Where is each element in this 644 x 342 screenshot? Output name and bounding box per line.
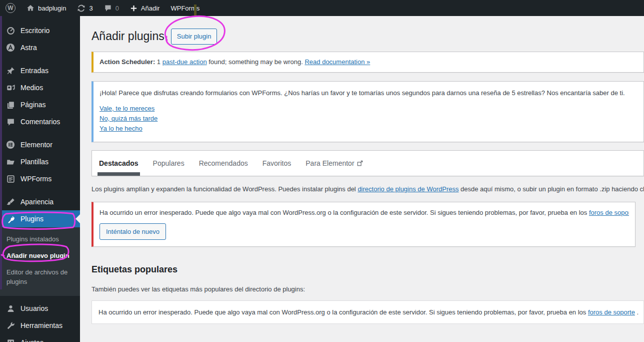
support-forums-link-2[interactable]: foros de soporte bbox=[588, 308, 635, 316]
action-scheduler-label: Action Scheduler: bbox=[100, 58, 155, 66]
wordpress-logo-icon: W bbox=[6, 3, 16, 13]
site-home-link[interactable]: badplugin bbox=[21, 0, 72, 16]
filter-links: Destacados Populares Recomendados Favori… bbox=[99, 151, 363, 176]
sidebar-separator bbox=[0, 130, 80, 136]
sidebar-separator bbox=[0, 296, 80, 300]
tab-para-elementor[interactable]: Para Elementor bbox=[306, 151, 362, 176]
artifact-mark bbox=[194, 5, 196, 16]
read-documentation-link[interactable]: Read documentation » bbox=[304, 58, 370, 66]
sidebar-item-ajustes[interactable]: Ajustes bbox=[0, 334, 80, 342]
sidebar-item-astra[interactable]: Astra bbox=[0, 39, 80, 56]
plugin-filter-bar: Destacados Populares Recomendados Favori… bbox=[92, 150, 644, 176]
plugin-directory-link[interactable]: directorio de plugins de WordPress bbox=[358, 185, 458, 193]
sidebar-item-label: Plugins bbox=[20, 215, 44, 223]
tab-label: Favoritos bbox=[262, 159, 292, 167]
action-scheduler-notice: Action Scheduler: 1 past-due action foun… bbox=[92, 52, 644, 73]
updates-count: 3 bbox=[89, 5, 92, 12]
sidebar-item-escritorio[interactable]: Escritorio bbox=[0, 22, 80, 39]
update-arrows-icon bbox=[77, 4, 86, 13]
updates-indicator[interactable]: 3 bbox=[72, 0, 98, 16]
tab-label: Destacados bbox=[99, 159, 138, 167]
notice-text: found; something may be wrong. bbox=[207, 58, 305, 66]
tab-favoritos[interactable]: Favoritos bbox=[262, 151, 292, 176]
new-content-menu[interactable]: Añadir bbox=[124, 0, 166, 16]
tab-destacados[interactable]: Destacados bbox=[99, 151, 138, 176]
tab-label: Para Elementor bbox=[306, 159, 354, 167]
past-due-action-link[interactable]: past-due action bbox=[162, 58, 207, 66]
error-notice: Ha ocurrido un error inesperado. Puede q… bbox=[92, 202, 636, 247]
plugins-submenu: Plugins instalados Añadir nuevo plugin E… bbox=[0, 227, 80, 296]
submenu-item-editor-archivos-plugins[interactable]: Editor de archivos de plugins bbox=[0, 264, 75, 290]
astra-icon bbox=[6, 43, 16, 53]
sidebar-item-apariencia[interactable]: Apariencia bbox=[0, 193, 80, 210]
sidebar-item-entradas[interactable]: Entradas bbox=[0, 62, 80, 79]
sidebar-item-label: Ajustes bbox=[20, 338, 44, 342]
popular-tags-description: También puedes ver las etiquetas más pop… bbox=[92, 285, 644, 293]
sidebar-item-label: Apariencia bbox=[20, 198, 54, 206]
media-icon bbox=[6, 83, 16, 93]
wrench-icon bbox=[6, 320, 16, 330]
comment-bubble-icon bbox=[104, 4, 112, 12]
sidebar-item-paginas[interactable]: Páginas bbox=[0, 96, 80, 113]
sidebar-item-plantillas[interactable]: Plantillas bbox=[0, 153, 80, 170]
tags-error-box: Ha ocurrido un error inesperado. Puede q… bbox=[92, 300, 644, 324]
review-later-link[interactable]: No, quizá más tarde bbox=[100, 114, 158, 124]
sidebar-item-comentarios[interactable]: Comentarios bbox=[0, 113, 80, 130]
sidebar-item-wpforms[interactable]: WPForms bbox=[0, 170, 80, 187]
sidebar-item-label: WPForms bbox=[20, 175, 52, 183]
error-message: Ha ocurrido un error inesperado. Puede q… bbox=[100, 208, 629, 218]
review-done-link[interactable]: Ya lo he hecho bbox=[100, 124, 142, 134]
sidebar-item-label: Comentarios bbox=[20, 118, 60, 126]
comments-indicator[interactable]: 0 bbox=[98, 0, 124, 16]
wp-logo-menu[interactable]: W bbox=[0, 0, 21, 16]
submenu-item-plugins-instalados[interactable]: Plugins instalados bbox=[0, 231, 80, 248]
dashboard-icon bbox=[6, 26, 16, 36]
error-text: Ha ocurrido un error inesperado. Puede q… bbox=[100, 209, 589, 216]
plus-icon bbox=[130, 5, 138, 12]
wpforms-review-notice: ¡Hola! Parece que disfrutas creando form… bbox=[92, 81, 644, 143]
sidebar-item-label: Páginas bbox=[20, 101, 46, 109]
brush-icon bbox=[6, 197, 16, 207]
sidebar-separator bbox=[0, 56, 80, 62]
sidebar-item-herramientas[interactable]: Herramientas bbox=[0, 317, 80, 334]
error-text-suffix: . bbox=[635, 308, 638, 316]
main-content: Añadir plugins Subir plugin Action Sched… bbox=[80, 16, 644, 342]
pages-icon bbox=[6, 100, 16, 110]
sidebar-item-label: Usuarios bbox=[20, 304, 48, 312]
admin-bar: W badplugin 3 0 Añadir WPForms bbox=[0, 0, 644, 16]
external-link-icon bbox=[357, 160, 363, 166]
submenu-item-label: Añadir nuevo plugin bbox=[6, 252, 70, 259]
upload-plugin-button[interactable]: Subir plugin bbox=[171, 29, 218, 45]
home-icon bbox=[26, 4, 34, 12]
sidebar-item-elementor[interactable]: Elementor bbox=[0, 136, 80, 153]
submenu-item-label: Plugins instalados bbox=[6, 235, 59, 243]
popular-tags-heading: Etiquetas populares bbox=[92, 264, 644, 275]
retry-button[interactable]: Inténtalo de nuevo bbox=[100, 223, 166, 240]
pushpin-icon bbox=[6, 66, 16, 76]
sidebar-item-usuarios[interactable]: Usuarios bbox=[0, 300, 80, 317]
sidebar-separator bbox=[0, 187, 80, 193]
wpforms-review-links: Vale, te lo mereces No, quizá más tarde … bbox=[100, 104, 638, 134]
sidebar-item-plugins[interactable]: Plugins bbox=[0, 210, 80, 227]
sidebar-item-label: Plantillas bbox=[20, 158, 48, 166]
review-accept-link[interactable]: Vale, te lo mereces bbox=[100, 104, 154, 114]
window-edge-strip bbox=[0, 16, 2, 289]
sidebar-item-medios[interactable]: Medios bbox=[0, 79, 80, 96]
site-name: badplugin bbox=[38, 5, 66, 12]
tab-populares[interactable]: Populares bbox=[153, 151, 184, 176]
submenu-item-anadir-nuevo-plugin[interactable]: Añadir nuevo plugin bbox=[0, 248, 80, 264]
error-text: Ha ocurrido un error inesperado. Puede q… bbox=[98, 308, 588, 316]
page-title: Añadir plugins bbox=[92, 29, 164, 44]
folder-icon bbox=[6, 157, 16, 167]
sidebar-item-label: Medios bbox=[20, 84, 43, 92]
submenu-item-label: Editor de archivos de plugins bbox=[6, 268, 68, 285]
adminbar-wpforms-item[interactable]: WPForms bbox=[165, 0, 205, 16]
intro-text-pre: Los plugins amplían y expanden la funcio… bbox=[92, 185, 358, 193]
form-icon bbox=[6, 174, 16, 184]
support-forums-link[interactable]: foros de soporte bbox=[589, 209, 629, 216]
sidebar-item-label: Elementor bbox=[20, 141, 52, 149]
tab-label: Populares bbox=[153, 159, 184, 167]
sidebar-item-label: Escritorio bbox=[20, 27, 50, 35]
sidebar-item-label: Herramientas bbox=[20, 321, 62, 329]
tab-recomendados[interactable]: Recomendados bbox=[199, 151, 248, 176]
